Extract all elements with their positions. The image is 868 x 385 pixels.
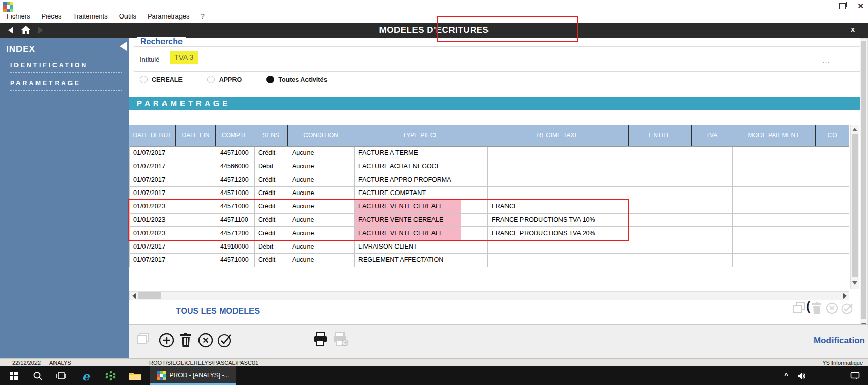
volume-button[interactable] [794,366,808,385]
menu-item[interactable]: Fichiers [1,11,36,22]
intitule-input[interactable]: TVA 3 [170,51,198,64]
cell-entite [629,147,692,160]
delete-icon[interactable] [179,332,192,348]
validate-icon[interactable] [841,302,855,314]
folder-icon [129,371,142,381]
table-horizontal-scrollbar[interactable] [129,291,849,300]
column-header[interactable]: SENS [254,125,288,146]
table-row[interactable]: 01/07/2017 44571200 Crédit Aucune FACTUR… [130,173,849,187]
search-icon [33,371,42,380]
column-header[interactable]: DATE FIN [176,125,216,146]
print-icon[interactable] [313,332,328,346]
intitule-browse-button[interactable]: ... [823,57,830,64]
column-header[interactable]: CO [816,125,849,146]
cell-tva [692,147,733,160]
cancel-icon[interactable] [197,332,214,348]
spinner-glyph: ( [806,299,810,313]
cell-date-debut: 01/07/2017 [130,254,176,267]
task-view-button[interactable] [50,366,72,385]
task-view-icon [56,372,66,380]
activity-radio[interactable]: APPRO [207,76,242,83]
annotation-title-red-box [437,16,578,42]
sidebar-collapse-icon[interactable] [120,42,127,51]
column-header[interactable]: COMPTE [216,125,254,146]
scrollbar-thumb[interactable] [852,134,858,277]
scrollbar-thumb[interactable] [861,41,866,319]
ie-button[interactable]: e [75,366,97,385]
cell-tva [692,214,733,226]
form-vertical-scrollbar[interactable] [860,38,868,334]
cancel-icon[interactable] [826,302,838,314]
column-header[interactable]: CONDITION [288,125,354,146]
cell-condition: Aucune [288,240,355,253]
cell-date-fin [176,160,216,173]
add-icon[interactable] [158,332,175,348]
cell-date-debut: 01/07/2017 [130,240,176,253]
intitule-underline [170,66,821,66]
cell-entite [629,160,692,173]
radio-icon[interactable] [207,76,215,83]
cell-compte: 44571000 [216,147,255,160]
form-close-icon[interactable]: x [851,25,855,33]
radio-icon[interactable] [140,76,148,83]
copy-icon[interactable] [793,302,805,314]
print-export-icon[interactable] [332,332,349,346]
table-vertical-scrollbar[interactable] [850,125,859,289]
delete-icon[interactable] [811,302,823,315]
cell-tva [692,254,733,267]
cell-tva [692,240,733,253]
restore-icon[interactable] [839,3,846,9]
validate-icon[interactable] [217,332,234,348]
cell-condition: Aucune [288,254,355,267]
activity-radio[interactable]: CEREALE [140,76,183,83]
column-header[interactable]: REGIME TAXE [487,125,629,146]
cell-entite [629,240,692,253]
activity-radio[interactable]: Toutes Activités [266,76,327,83]
cell-mode-paiement [733,160,816,173]
search-group [133,46,865,72]
record-actions-disabled: ( [793,301,855,316]
intitule-label: Intitulé [140,56,159,63]
green-app-button[interactable] [100,366,121,385]
table-row[interactable]: 01/07/2017 44566000 Débit Aucune FACTURE… [130,160,849,173]
close-icon[interactable]: ✕ [857,2,864,10]
cell-sens: Crédit [255,187,288,200]
application-window: Fichiers Pièces Traitements Outils Param… [0,0,868,385]
menu-item[interactable]: Outils [114,11,142,22]
cell-tva [692,200,733,213]
scroll-left-icon[interactable] [132,293,136,299]
scroll-right-icon[interactable] [843,293,847,299]
menu-item[interactable]: Pièces [36,11,67,22]
sidebar-item[interactable]: IDENTIFICATION [10,62,122,73]
scroll-down-icon[interactable] [852,281,857,285]
scrollbar-thumb[interactable] [138,292,161,299]
menu-item[interactable]: Traitements [67,11,114,22]
scroll-up-icon[interactable] [852,128,857,131]
column-header[interactable]: TVA [692,125,732,146]
column-header[interactable]: MODE PAIEMENT [732,125,816,146]
table-row[interactable]: 01/07/2017 41910000 Débit Aucune LIVRAIS… [130,240,849,254]
menu-item[interactable]: Paramétrages [142,11,195,22]
menu-item[interactable]: ? [195,11,210,22]
column-header[interactable]: ENTITE [629,125,692,146]
notification-button[interactable] [845,366,865,385]
copy-icon[interactable] [136,332,150,345]
file-explorer-button[interactable] [124,366,146,385]
cell-date-fin [176,147,216,160]
table-row[interactable]: 01/07/2017 44571000 Crédit Aucune FACTUR… [130,147,849,160]
start-button[interactable] [3,366,25,385]
cell-type-piece: LIVRAISON CLIENT [355,240,488,253]
taskbar-app-button[interactable]: PROD - [ANALYS] -... [150,366,236,385]
cell-mode-paiement [733,214,816,226]
tray-expand-button[interactable]: ^ [779,366,794,385]
sidebar-item[interactable]: PARAMETRAGE [10,80,122,91]
search-button[interactable] [27,366,48,385]
status-user: ANALYS [49,360,71,366]
radio-icon[interactable] [266,76,274,83]
menu-items: Fichiers Pièces Traitements Outils Param… [1,9,210,23]
cell-tva [692,173,733,186]
table-row[interactable]: 01/07/2017 44571000 Crédit Aucune REGLEM… [130,254,849,267]
cell-entite [629,173,692,186]
column-header[interactable]: DATE DEBUT [129,125,176,146]
column-header[interactable]: TYPE PIECE [354,125,487,146]
